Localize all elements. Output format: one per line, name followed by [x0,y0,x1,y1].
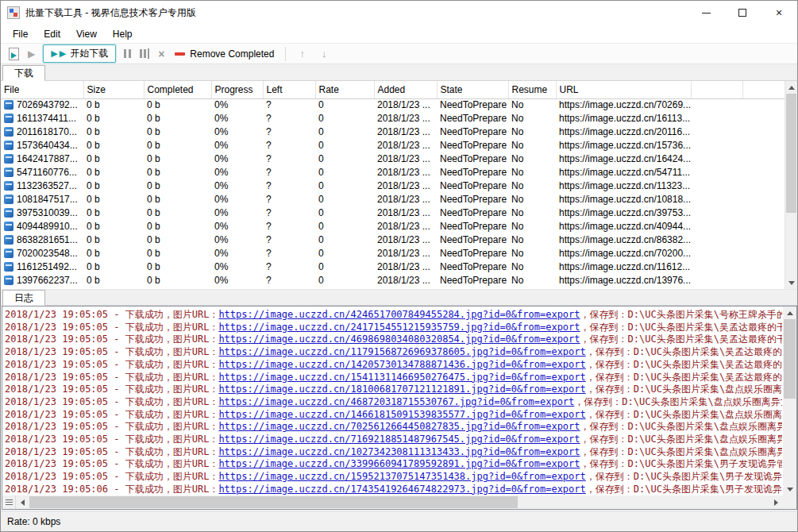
table-row[interactable]: 7026943792... 0 b 0 b 0% ? 0 2018/1/23 .… [1,98,786,112]
remove-completed-button[interactable]: Remove Completed [170,44,279,63]
column-header-rate[interactable]: Rate [315,81,374,98]
column-header-file[interactable]: File [1,81,83,98]
cell-state: NeedToPrepare [437,220,508,233]
table-row[interactable]: 2011618170... 0 b 0 b 0% ? 0 2018/1/23 .… [1,125,786,139]
log-url-link[interactable]: https://image.uczzd.cn/24171545512159357… [218,322,580,333]
table-row[interactable]: 5471160776... 0 b 0 b 0% ? 0 2018/1/23 .… [1,166,786,179]
log-line: 2018/1/23 19:05:05 - 下载成功，图片URL：https://… [5,458,782,471]
log-url-link[interactable]: https://image.uczzd.cn/10273423081113134… [218,446,580,457]
cell-url: https://image.uczzd.cn/15736... [556,139,691,152]
tab-log[interactable]: 日志 [2,290,45,306]
log-scroll-thumb[interactable] [784,319,796,399]
toolbar-separator [285,47,286,61]
log-save-path-text: ，保存到：D:\UC头条图片采集\男子发现诡异管道 [586,484,782,495]
cell-url: https://image.uczzd.cn/40944... [556,220,691,233]
table-row[interactable]: 7020023548... 0 b 0 b 0% ? 0 2018/1/23 .… [1,247,786,260]
new-task-button[interactable] [6,44,22,63]
table-row[interactable]: 1573640434... 0 b 0 b 0% ? 0 2018/1/23 .… [1,139,786,152]
delete-button[interactable]: × [155,44,168,63]
log-url-link[interactable]: https://image.uczzd.cn/18100681707121121… [218,384,585,395]
minimize-button[interactable] [688,1,724,25]
log-url-link[interactable]: https://image.uczzd.cn/14205730134788871… [218,359,585,370]
download-table-panel: File Size Completed Progress Left Rate A… [1,81,786,289]
cell-rate: 0 [315,152,374,166]
cell-file: 2011618170... [1,125,83,139]
cell-added: 2018/1/23 ... [374,274,437,287]
stop-icon [140,48,149,59]
log-url-link[interactable]: https://image.uczzd.cn/70256126644508278… [218,421,580,432]
column-header-progress[interactable]: Progress [211,81,263,98]
log-url-link[interactable]: https://image.uczzd.cn/17435419264674822… [218,484,585,495]
close-button[interactable]: × [761,1,797,25]
move-up-button[interactable]: ↑ [292,44,312,63]
table-row[interactable]: 1642417887... 0 b 0 b 0% ? 0 2018/1/23 .… [1,152,786,166]
file-type-icon [4,127,13,137]
log-url-link[interactable]: https://image.uczzd.cn/33996609417895928… [218,458,580,469]
table-row[interactable]: 1397662237... 0 b 0 b 0% ? 0 2018/1/23 .… [1,274,786,287]
log-save-path-text: ，保存到：D:\UC头条图片采集\吴孟达最疼的干女儿，出演《小鬼特种兵》出 [580,322,782,333]
column-header-resume[interactable]: Resume [508,81,556,98]
log-save-path-text: ，保存到：D:\UC头条图片采集\盘点娱乐圈离异女星\1466181509153… [586,409,782,420]
log-options-button[interactable] [2,495,16,509]
cell-url: https://image.uczzd.cn/16424... [556,152,691,166]
log-scroll-down-button[interactable] [783,483,796,495]
cell-left: ? [263,152,315,166]
tab-download[interactable]: 下载 [2,65,45,81]
log-url-link[interactable]: https://image.uczzd.cn/15952137075147351… [218,471,585,482]
log-lines: 2018/1/23 19:05:05 - 下载成功，图片URL：https://… [5,309,782,495]
log-hscroll-track[interactable] [29,495,769,509]
table-row[interactable]: 4094489910... 0 b 0 b 0% ? 0 2018/1/23 .… [1,220,786,233]
start-download-button[interactable]: ▶▶ 开始下载 [43,44,116,63]
menu-item-help[interactable]: Help [105,27,141,41]
table-scroll-track[interactable] [785,94,797,276]
table-scroll-thumb[interactable] [786,94,796,213]
menu-item-view[interactable]: View [68,27,105,41]
column-header-url[interactable]: URL [556,81,691,98]
log-hscroll-thumb[interactable] [29,496,518,508]
cell-left: ? [263,98,315,112]
column-header-size[interactable]: Size [83,81,144,98]
scroll-up-button[interactable] [785,81,797,94]
play-button[interactable]: ▶ [25,44,38,63]
cell-url: https://image.uczzd.cn/39753... [556,206,691,220]
cell-progress: 0% [211,274,263,287]
scroll-right-icon [774,499,778,506]
toolbar: ▶ ▶▶ 开始下载 × Remove Completed ↑ ↓ [1,43,797,64]
column-header-left[interactable]: Left [263,81,315,98]
table-row[interactable]: 3975310039... 0 b 0 b 0% ? 0 2018/1/23 .… [1,206,786,220]
log-url-link[interactable]: https://image.uczzd.cn/14661815091539835… [218,409,585,420]
cell-completed: 0 b [144,233,211,247]
cell-url: https://image.uczzd.cn/16113... [556,112,691,125]
table-row[interactable]: 1611374411... 0 b 0 b 0% ? 0 2018/1/23 .… [1,112,786,125]
column-header-added[interactable]: Added [374,81,437,98]
table-row[interactable]: 8638281651... 0 b 0 b 0% ? 0 2018/1/23 .… [1,233,786,247]
log-url-link[interactable]: https://image.uczzd.cn/71692188514879675… [218,434,580,445]
column-header-state[interactable]: State [437,81,508,98]
scroll-down-icon [787,488,793,492]
log-save-path-text: ，保存到：D:\UC头条图片采集\吴孟达最疼的干女儿，出演《小鬼特种兵》出 [586,372,782,383]
log-url-link[interactable]: https://image.uczzd.cn/11791568726969378… [218,346,585,357]
log-status-text: 2018/1/23 19:05:05 - 下载成功，图片URL： [5,309,218,320]
menu-item-edit[interactable]: Edit [36,27,68,41]
table-row[interactable]: 1161251492... 0 b 0 b 0% ? 0 2018/1/23 .… [1,260,786,274]
scroll-right-button[interactable] [769,495,783,509]
log-scroll-up-button[interactable] [783,306,796,319]
scroll-left-button[interactable] [16,495,29,509]
log-url-link[interactable]: https://image.uczzd.cn/42465170078494552… [218,309,580,320]
column-header-completed[interactable]: Completed [144,81,211,98]
log-url-link[interactable]: https://image.uczzd.cn/46986980340803208… [218,333,580,345]
cell-url: https://image.uczzd.cn/13976... [556,274,691,287]
table-row[interactable]: 1081847517... 0 b 0 b 0% ? 0 2018/1/23 .… [1,193,786,206]
cell-completed: 0 b [144,139,211,152]
table-row[interactable]: 1132363527... 0 b 0 b 0% ? 0 2018/1/23 .… [1,179,786,193]
log-url-link[interactable]: https://image.uczzd.cn/15411311466950276… [218,372,585,383]
maximize-button[interactable] [724,1,761,25]
log-url-link[interactable]: https://image.uczzd.cn/46872031871553076… [218,396,574,407]
stop-button[interactable] [137,44,152,63]
pause-button[interactable] [121,44,134,63]
cell-file: 1132363527... [1,179,83,193]
log-scroll-track[interactable] [783,319,796,483]
move-down-button[interactable]: ↓ [314,44,334,63]
menu-item-file[interactable]: File [5,27,36,41]
scroll-down-button[interactable] [785,276,797,289]
